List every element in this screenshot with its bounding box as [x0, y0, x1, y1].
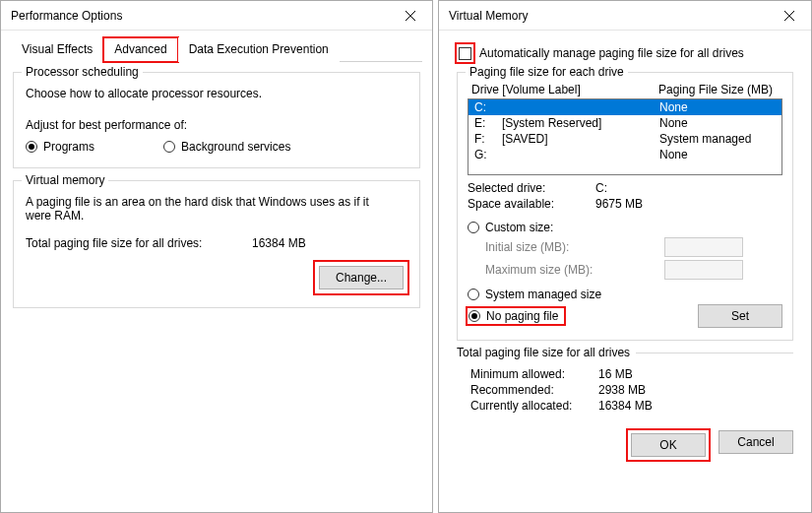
radio-icon [468, 289, 479, 300]
auto-manage-checkbox[interactable] [459, 47, 471, 60]
drive-letter: E: [474, 116, 502, 130]
window-title: Performance Options [11, 9, 388, 23]
tab-visual-effects[interactable]: Visual Effects [11, 37, 103, 62]
drive-size: System managed [659, 132, 751, 146]
drive-label [502, 100, 659, 114]
radio-icon [468, 310, 480, 322]
radio-label: Programs [43, 140, 94, 154]
maximum-size-input [664, 260, 743, 280]
radio-label: Custom size: [485, 221, 553, 234]
maximum-size-label: Maximum size (MB): [485, 263, 593, 277]
tab-advanced[interactable]: Advanced [103, 37, 177, 62]
drives-group: Paging file size for each drive Drive [V… [457, 72, 793, 341]
titlebar: Performance Options [1, 1, 432, 31]
titlebar: Virtual Memory [439, 1, 811, 31]
close-icon [406, 11, 415, 21]
radio-label: No paging file [486, 309, 558, 323]
virtual-memory-group: Virtual memory A paging file is an area … [13, 180, 420, 308]
drive-label: [SAVED] [502, 132, 659, 146]
vm-description: A paging file is an area on the hard dis… [26, 195, 380, 223]
radio-icon [468, 222, 479, 233]
currently-allocated-value: 16384 MB [598, 399, 653, 413]
tab-dep[interactable]: Data Execution Prevention [178, 37, 340, 62]
recommended-value: 2938 MB [598, 383, 646, 397]
drive-row[interactable]: G: None [468, 147, 781, 162]
radio-no-paging-file[interactable]: No paging file [468, 308, 564, 324]
min-allowed-label: Minimum allowed: [470, 367, 598, 381]
radio-icon [26, 141, 37, 153]
radio-label: Background services [181, 140, 290, 154]
total-label: Total paging file size for all drives: [26, 236, 252, 250]
drive-row[interactable]: F: [SAVED] System managed [468, 131, 781, 147]
drive-letter: C: [474, 100, 502, 114]
close-button[interactable] [388, 1, 432, 31]
intro-text: Choose how to allocate processor resourc… [26, 87, 407, 100]
close-button[interactable] [767, 1, 811, 31]
drive-label: [System Reserved] [502, 116, 659, 130]
selected-drive-value: C: [595, 181, 607, 195]
radio-label: System managed size [485, 288, 601, 301]
drive-row[interactable]: E: [System Reserved] None [468, 115, 781, 131]
radio-programs[interactable]: Programs [26, 140, 94, 154]
radio-background-services[interactable]: Background services [163, 140, 290, 154]
change-button[interactable]: Change... [319, 266, 404, 289]
col-size: Paging File Size (MB) [658, 83, 773, 96]
drive-list[interactable]: C: None E: [System Reserved] None F: [SA… [468, 98, 782, 175]
processor-scheduling-group: Processor scheduling Choose how to alloc… [13, 72, 420, 168]
recommended-label: Recommended: [470, 383, 598, 397]
selected-drive-label: Selected drive: [468, 181, 595, 195]
virtual-memory-dialog: Virtual Memory Automatically manage pagi… [438, 0, 812, 513]
totals-group: Total paging file size for all drives Mi… [457, 353, 793, 413]
radio-icon [163, 141, 175, 153]
space-available-value: 9675 MB [595, 197, 643, 211]
performance-options-dialog: Performance Options Visual Effects Advan… [0, 0, 433, 513]
initial-size-input [664, 237, 743, 257]
initial-size-label: Initial size (MB): [485, 240, 569, 254]
drive-label [502, 148, 659, 161]
group-legend: Processor scheduling [22, 65, 143, 79]
ok-button[interactable]: OK [631, 433, 706, 457]
space-available-label: Space available: [468, 197, 595, 211]
totals-legend: Total paging file size for all drives [457, 346, 636, 359]
group-legend: Virtual memory [22, 173, 108, 187]
tabs: Visual Effects Advanced Data Execution P… [11, 36, 422, 62]
min-allowed-value: 16 MB [598, 367, 633, 381]
currently-allocated-label: Currently allocated: [470, 399, 598, 413]
group-legend: Paging file size for each drive [466, 65, 628, 79]
set-button[interactable]: Set [698, 304, 782, 328]
total-value: 16384 MB [252, 236, 306, 250]
auto-manage-label: Automatically manage paging file size fo… [479, 46, 744, 60]
drive-size: None [659, 100, 688, 114]
drive-row[interactable]: C: None [468, 99, 781, 115]
radio-custom-size[interactable]: Custom size: [468, 221, 782, 234]
close-icon [784, 11, 794, 21]
col-drive: Drive [Volume Label] [471, 83, 658, 96]
drive-size: None [659, 116, 688, 130]
window-title: Virtual Memory [449, 9, 767, 23]
adjust-label: Adjust for best performance of: [26, 118, 407, 132]
drive-letter: F: [474, 132, 502, 146]
radio-system-managed[interactable]: System managed size [468, 288, 782, 301]
cancel-button[interactable]: Cancel [718, 430, 793, 454]
drive-size: None [659, 148, 688, 161]
drive-letter: G: [474, 148, 502, 161]
